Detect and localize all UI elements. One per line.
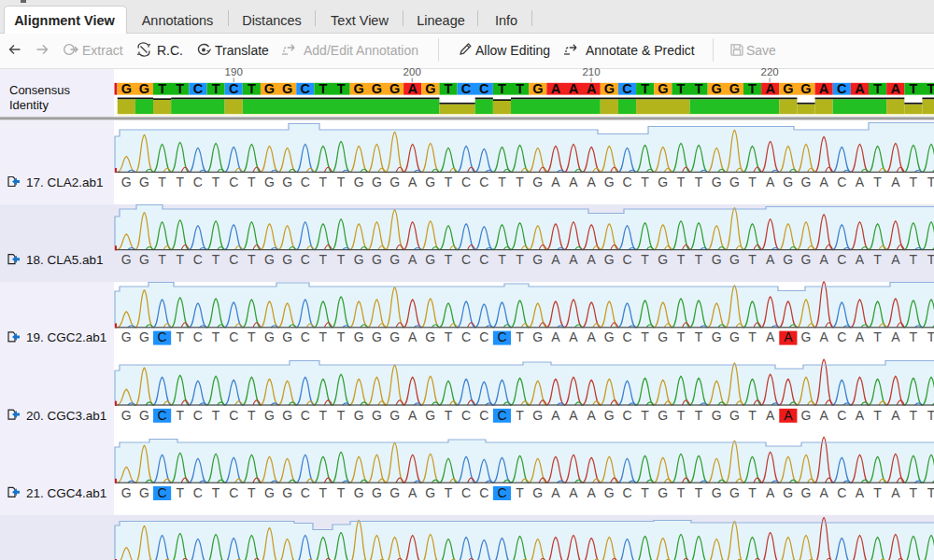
svg-text:G: G: [354, 408, 364, 423]
svg-text:C: C: [193, 408, 203, 423]
svg-text:A: A: [569, 81, 579, 96]
svg-text:C: C: [461, 175, 471, 189]
svg-text:T: T: [927, 329, 934, 344]
svg-text:T: T: [748, 81, 757, 96]
svg-text:A: A: [587, 81, 597, 96]
svg-text:G: G: [425, 329, 435, 344]
svg-text:G: G: [354, 81, 364, 96]
svg-text:G: G: [532, 485, 543, 500]
svg-text:A: A: [569, 485, 578, 500]
svg-text:A: A: [551, 252, 560, 267]
svg-text:C: C: [837, 175, 846, 189]
svg-text:A: A: [766, 175, 775, 189]
svg-text:T: T: [177, 252, 185, 267]
svg-text:A: A: [569, 175, 578, 189]
svg-text:G: G: [372, 252, 382, 267]
svg-text:T: T: [177, 408, 185, 423]
svg-text:G: G: [801, 408, 812, 423]
svg-text:C: C: [193, 81, 204, 96]
svg-text:T: T: [212, 408, 220, 423]
svg-text:G: G: [389, 252, 400, 267]
svg-text:C: C: [497, 408, 506, 423]
svg-text:G: G: [783, 252, 793, 267]
svg-text:C: C: [158, 485, 167, 500]
svg-text:T: T: [337, 81, 346, 96]
svg-text:210: 210: [582, 66, 600, 77]
svg-text:G: G: [658, 252, 668, 267]
svg-text:T: T: [927, 81, 934, 96]
svg-text:T: T: [873, 175, 882, 189]
svg-text:G: G: [532, 252, 543, 267]
svg-text:T: T: [445, 81, 453, 96]
svg-text:T: T: [158, 81, 166, 96]
svg-text:C: C: [461, 485, 471, 500]
svg-text:G: G: [604, 175, 615, 189]
svg-text:T: T: [677, 175, 686, 189]
svg-text:A: A: [891, 252, 900, 267]
svg-text:G: G: [729, 175, 740, 189]
svg-text:T: T: [677, 408, 686, 423]
svg-text:C: C: [479, 485, 488, 500]
svg-text:T: T: [445, 329, 453, 344]
svg-text:G: G: [425, 175, 435, 189]
svg-text:T: T: [927, 252, 934, 267]
svg-text:A: A: [819, 408, 828, 423]
svg-text:G: G: [354, 329, 364, 344]
svg-text:T: T: [158, 252, 166, 267]
svg-text:A: A: [819, 485, 828, 500]
svg-text:G: G: [712, 408, 722, 423]
svg-text:A: A: [587, 175, 597, 189]
svg-text:A: A: [408, 408, 417, 423]
svg-text:T: T: [337, 329, 346, 344]
svg-text:C: C: [229, 252, 238, 267]
svg-text:220: 220: [761, 66, 779, 77]
svg-text:Identity: Identity: [9, 98, 49, 112]
svg-text:T: T: [176, 81, 184, 96]
svg-text:C: C: [837, 329, 846, 344]
svg-text:T: T: [212, 252, 220, 267]
svg-text:18. CLA5.ab1: 18. CLA5.ab1: [26, 253, 104, 267]
svg-text:C: C: [837, 485, 846, 500]
svg-text:A: A: [891, 485, 900, 500]
svg-text:A: A: [587, 252, 597, 267]
svg-text:T: T: [319, 252, 328, 267]
svg-text:T: T: [337, 175, 346, 189]
svg-text:G: G: [372, 175, 382, 189]
svg-text:T: T: [748, 329, 757, 344]
svg-text:G: G: [729, 329, 740, 344]
svg-text:T: T: [909, 81, 917, 96]
svg-text:G: G: [658, 485, 668, 500]
svg-text:C: C: [837, 408, 846, 423]
svg-text:G: G: [389, 329, 400, 344]
svg-text:C: C: [837, 252, 846, 267]
svg-text:T: T: [927, 175, 934, 189]
svg-text:A: A: [408, 485, 417, 500]
svg-text:G: G: [354, 175, 364, 189]
svg-text:T: T: [337, 408, 346, 423]
svg-text:C: C: [479, 408, 488, 423]
svg-text:G: G: [801, 175, 812, 189]
svg-text:A: A: [551, 485, 560, 500]
svg-text:G: G: [658, 175, 668, 189]
svg-text:C: C: [193, 329, 203, 344]
svg-text:G: G: [712, 329, 722, 344]
svg-text:T: T: [748, 252, 757, 267]
svg-text:T: T: [873, 408, 882, 423]
svg-text:A: A: [587, 408, 597, 423]
svg-text:C: C: [229, 81, 239, 96]
svg-text:C: C: [622, 408, 631, 423]
svg-text:G: G: [783, 81, 793, 96]
svg-text:A: A: [587, 485, 597, 500]
svg-text:A: A: [408, 252, 417, 267]
svg-text:G: G: [604, 408, 615, 423]
svg-text:A: A: [891, 175, 900, 189]
svg-text:C: C: [229, 175, 238, 189]
svg-text:T: T: [177, 175, 185, 189]
svg-text:G: G: [372, 485, 382, 500]
svg-text:G: G: [425, 81, 435, 96]
svg-text:A: A: [819, 175, 828, 189]
svg-text:T: T: [695, 81, 703, 96]
svg-text:T: T: [248, 408, 256, 423]
svg-text:T: T: [927, 408, 934, 423]
svg-text:C: C: [479, 81, 489, 96]
